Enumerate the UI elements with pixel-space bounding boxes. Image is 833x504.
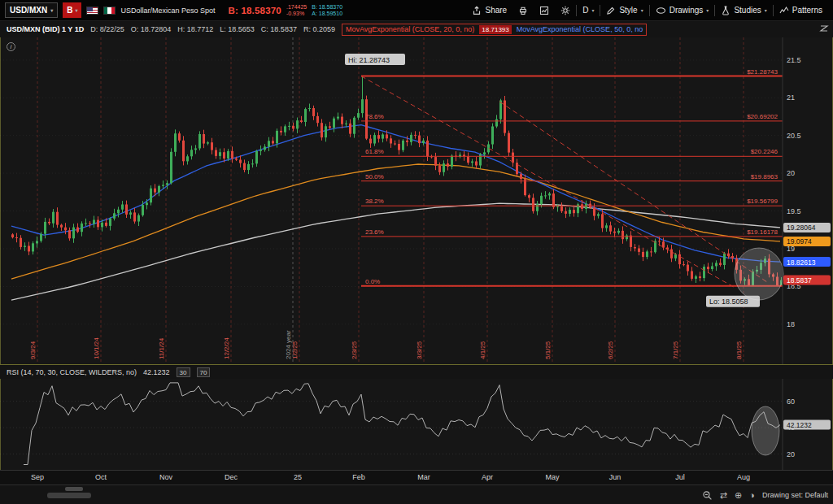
svg-text:Lo: 18.5058: Lo: 18.5058	[709, 298, 748, 306]
fibonacci-drawing[interactable]: $21.2874378.6%$20.6920261.8%$20.224650.0…	[361, 68, 783, 286]
contrast-circle-icon[interactable]: ◑	[749, 491, 755, 500]
rsi-title: RSI (14, 70, 30, CLOSE, WILDERS, no)	[7, 368, 137, 376]
drawings-button[interactable]: Drawings ▾	[650, 0, 715, 20]
svg-text:10/1/24: 10/1/24	[93, 337, 100, 359]
svg-text:78.6%: 78.6%	[365, 113, 384, 120]
month-label: Apr	[473, 473, 501, 481]
svg-text:19.28064: 19.28064	[787, 224, 816, 232]
print-button[interactable]	[512, 0, 534, 20]
svg-text:11/1/24: 11/1/24	[158, 337, 165, 359]
rsi-status-row: RSI (14, 70, 30, CLOSE, WILDERS, no) 42.…	[0, 364, 833, 379]
studies-button[interactable]: Studies ▾	[715, 0, 772, 20]
symbol-label: USD/MXN	[10, 6, 47, 15]
chart-type-button[interactable]	[534, 0, 555, 20]
svg-text:$21.28743: $21.28743	[747, 68, 778, 76]
settings-button[interactable]	[555, 0, 576, 20]
date-gridlines: 9/3/2410/1/2411/1/2412/2/242024 year1/2/…	[29, 37, 744, 364]
month-label: Jul	[666, 473, 694, 481]
month-label: 25	[284, 473, 312, 481]
drawings-label: Drawings	[669, 6, 704, 15]
ema50-study-label[interactable]: MovAvgExponential (CLOSE, 50, 0, no	[517, 25, 643, 33]
timeframe-label: D	[582, 6, 588, 15]
trendline-drawings[interactable]	[361, 76, 768, 289]
svg-text:20.5: 20.5	[787, 132, 801, 140]
chart-date: D: 8/22/25	[90, 25, 124, 33]
drawing-set-label[interactable]: Drawing set: Default	[762, 491, 828, 499]
month-label: Oct	[87, 473, 115, 481]
bid-price: B: 18.58370	[228, 6, 281, 15]
chart-title: USD/MXN (BID) 1 Y 1D	[7, 25, 84, 33]
scrollbar-collapse-tab[interactable]	[65, 487, 83, 491]
ema20-study-label[interactable]: MovAvgExponential (CLOSE, 20, 0, no)	[346, 25, 474, 33]
svg-text:1/2/25: 1/2/25	[291, 341, 299, 359]
price-chart[interactable]: 9/3/2410/1/2411/1/2412/2/242024 year1/2/…	[0, 37, 833, 364]
ma-blue-line[interactable]	[11, 125, 780, 262]
svg-text:0.0%: 0.0%	[365, 278, 380, 285]
svg-text:38.2%: 38.2%	[365, 198, 384, 205]
zoom-out-icon[interactable]	[702, 490, 713, 501]
month-label: Feb	[345, 473, 373, 481]
info-icon[interactable]: i	[7, 42, 15, 51]
gear-icon	[560, 6, 570, 15]
rsi-chart-svg[interactable]: 60402042.1232	[0, 379, 833, 470]
month-label: May	[539, 473, 566, 481]
symbol-selector[interactable]: USD/MXN ▾	[5, 2, 58, 18]
bid-ask-readout: B: 18.58370 A: 18.59510	[312, 4, 342, 17]
rsi-line	[24, 383, 780, 465]
share-button[interactable]: Share	[466, 0, 512, 20]
svg-text:42.1232: 42.1232	[787, 421, 812, 429]
price-chart-svg[interactable]: 9/3/2410/1/2411/1/2412/2/242024 year1/2/…	[0, 37, 833, 364]
patterns-button[interactable]: Patterns	[774, 0, 828, 20]
timeframe-button[interactable]: D ▾	[577, 0, 600, 20]
us-flag-icon	[86, 7, 98, 15]
highlight-ellipse-drawing[interactable]	[735, 248, 783, 300]
svg-text:5/1/25: 5/1/25	[544, 341, 552, 359]
rsi-oversold-param[interactable]: 30	[177, 367, 190, 377]
month-label: Sep	[24, 473, 51, 481]
bid-side-badge[interactable]: B ▾	[63, 2, 81, 18]
svg-text:60: 60	[787, 398, 795, 406]
time-axis[interactable]: SepOctNovDec25FebMarAprMayJunJulAug	[0, 470, 833, 484]
scrollbar-thumb[interactable]	[47, 493, 91, 498]
svg-text:6/2/25: 6/2/25	[607, 341, 614, 359]
svg-text:21.5: 21.5	[787, 56, 801, 64]
bid-side-label: B	[67, 6, 72, 15]
low-value: L: 18.5653	[220, 25, 255, 33]
pane-resize-button[interactable]	[819, 24, 829, 35]
instrument-description: USDollar/Mexican Peso Spot	[120, 7, 215, 15]
scale-zigzag-icon	[819, 24, 829, 33]
chart-controls: ⇄ ⊕ ◑ Drawing set: Default	[702, 485, 828, 504]
svg-text:18: 18	[787, 320, 795, 328]
svg-text:$19.56799: $19.56799	[747, 198, 778, 205]
price-axis-labels: 21.52120.52019.51918.518	[787, 56, 801, 328]
mx-flag-icon	[103, 7, 116, 15]
svg-text:$19.8963: $19.8963	[751, 173, 778, 180]
svg-text:19.0974: 19.0974	[787, 237, 812, 245]
rsi-overbought-param[interactable]: 70	[197, 367, 211, 377]
dropdown-caret-icon: ▾	[641, 7, 643, 13]
rsi-highlight-ellipse-drawing[interactable]	[752, 406, 779, 455]
svg-text:4/1/25: 4/1/25	[479, 341, 486, 359]
svg-text:8/1/25: 8/1/25	[735, 341, 743, 359]
patterns-icon	[779, 6, 789, 15]
toolbar-actions: Share D ▾ Style ▾	[466, 0, 828, 20]
printer-icon	[518, 6, 528, 15]
svg-text:20: 20	[787, 450, 795, 458]
study-edit-box[interactable]: MovAvgExponential (CLOSE, 20, 0, no) 18.…	[342, 24, 647, 36]
share-label: Share	[485, 6, 507, 15]
studies-flask-icon	[721, 6, 731, 15]
style-button[interactable]: Style ▾	[600, 0, 648, 20]
open-value: O: 18.72804	[131, 25, 172, 33]
month-label: Aug	[730, 473, 757, 481]
svg-text:20: 20	[787, 169, 795, 177]
dropdown-caret-icon: ▾	[591, 7, 594, 13]
patterns-label: Patterns	[792, 6, 822, 15]
svg-text:$20.69202: $20.69202	[747, 113, 778, 120]
crosshair-icon[interactable]: ⊕	[735, 491, 742, 500]
svg-text:9/3/24: 9/3/24	[29, 341, 37, 359]
pan-icon[interactable]: ⇄	[720, 491, 727, 500]
dropdown-caret-icon: ▾	[765, 7, 767, 13]
svg-text:19.5: 19.5	[787, 207, 801, 215]
price-gridlines	[0, 60, 783, 324]
rsi-chart[interactable]: 60402042.1232	[0, 379, 833, 470]
